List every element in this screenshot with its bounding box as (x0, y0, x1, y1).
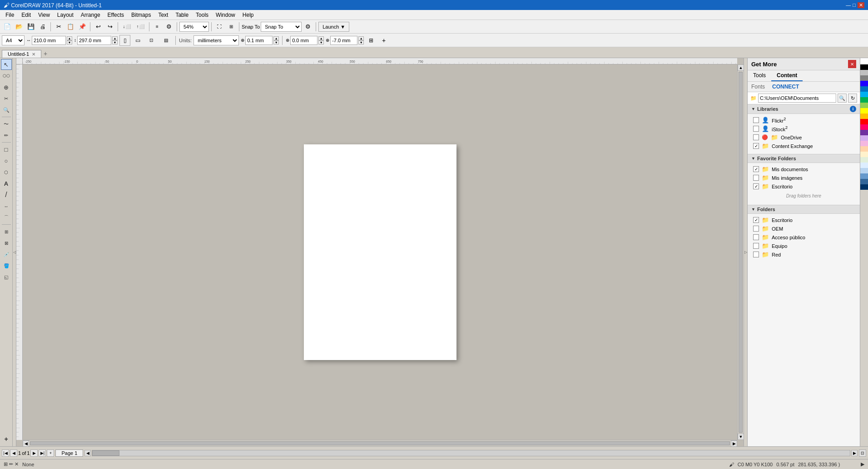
connector-tool-btn[interactable]: ⌒ (1, 212, 12, 223)
color-green-swatch[interactable] (860, 97, 868, 103)
y-input[interactable] (330, 36, 357, 45)
nudge-input[interactable] (245, 36, 273, 45)
eraser-btn[interactable]: ◱ (1, 272, 12, 282)
scroll-down-btn[interactable]: ▼ (738, 434, 744, 440)
x-input[interactable] (290, 36, 317, 45)
next-page-btn[interactable]: ▶ (30, 449, 38, 457)
escritorio-fav-check[interactable]: ✓ (753, 183, 759, 189)
folders-expand-icon[interactable]: ▼ (751, 207, 755, 212)
acceso-check[interactable] (753, 234, 759, 240)
first-page-btn[interactable]: |◀ (2, 449, 9, 457)
color-purple-swatch[interactable] (860, 130, 868, 135)
flickr-check[interactable] (753, 117, 759, 123)
color-red-swatch[interactable] (860, 119, 868, 124)
scroll-right-btn[interactable]: ▶ (731, 440, 737, 446)
copy-btn[interactable]: 📋 (65, 21, 76, 32)
new-btn[interactable]: 📄 (2, 21, 13, 32)
menu-layout[interactable]: Layout (54, 10, 77, 20)
add-page-property-btn[interactable]: + (378, 35, 389, 46)
color-steelblue-swatch[interactable] (860, 173, 868, 179)
menu-file[interactable]: File (2, 10, 18, 20)
color-cream-swatch[interactable] (860, 152, 868, 157)
oem-check[interactable] (753, 226, 759, 232)
crop-tool-btn[interactable]: ✂ (1, 93, 12, 104)
folder-item-escritorio[interactable]: ✓ 📁 Escritorio (748, 216, 860, 224)
color-lightpink-swatch[interactable] (860, 141, 868, 146)
menu-window[interactable]: Window (212, 10, 239, 20)
minimize-btn[interactable]: — (846, 2, 851, 8)
table-tool-btn[interactable]: ⊞ (1, 226, 12, 237)
color-orange-swatch[interactable] (860, 114, 868, 119)
doc-tab-close[interactable]: ✕ (32, 52, 35, 57)
open-btn[interactable]: 📂 (14, 21, 25, 32)
color-lavender-swatch[interactable] (860, 135, 868, 141)
scroll-left-btn[interactable]: ◀ (23, 440, 29, 446)
color-skyblue-swatch[interactable] (860, 168, 868, 173)
cut-btn[interactable]: ✂ (53, 21, 64, 32)
lib-item-content-exchange[interactable]: ✓ 📁 Content Exchange (748, 142, 860, 150)
fav-expand-icon[interactable]: ▼ (751, 156, 755, 161)
y-down[interactable]: ▼ (358, 40, 364, 44)
onedrive-check[interactable] (753, 134, 759, 140)
transform-btn[interactable]: ⊞ (366, 35, 377, 46)
bleed-btn[interactable]: ⊡ (145, 35, 158, 46)
page-border-btn[interactable]: ▤ (159, 35, 172, 46)
x-up[interactable]: ▲ (318, 36, 324, 40)
y-up[interactable]: ▲ (358, 36, 364, 40)
hscroll-track[interactable] (92, 450, 850, 456)
color-black-swatch[interactable] (860, 64, 868, 70)
landscape-btn[interactable]: ▭ (132, 35, 143, 46)
hscroll-right-btn[interactable]: ▶ (851, 450, 858, 456)
path-search-btn[interactable]: 🔍 (838, 94, 847, 103)
smart-draw-btn[interactable]: ✏ (1, 130, 12, 141)
menu-help[interactable]: Help (239, 10, 258, 20)
menu-edit[interactable]: Edit (18, 10, 35, 20)
lib-item-onedrive[interactable]: 🔴 📁 OneDrive (748, 133, 860, 142)
folder-item-acceso-publico[interactable]: 📁 Acceso público (748, 233, 860, 242)
full-screen-btn[interactable]: ⛶ (214, 21, 225, 32)
menu-text[interactable]: Text (154, 10, 172, 20)
add-page-nav-btn[interactable]: + (47, 449, 54, 457)
paste-btn[interactable]: 📌 (77, 21, 88, 32)
menu-arrange[interactable]: Arrange (77, 10, 104, 20)
x-down[interactable]: ▼ (318, 40, 324, 44)
canvas-area[interactable]: -250 -150 -50 0 50 150 250 350 450 550 6… (16, 58, 744, 446)
polygon-tool-btn[interactable]: ⬡ (1, 167, 12, 178)
lib-item-flickr[interactable]: 👤 Flickr2 (748, 116, 860, 124)
rect-tool-btn[interactable]: □ (1, 144, 12, 155)
color-none-swatch[interactable] (860, 58, 868, 64)
transform-tool-btn[interactable]: ⊕ (1, 82, 12, 93)
folder-item-red[interactable]: 📁 Red (748, 250, 860, 259)
libraries-info-btn[interactable]: i (850, 106, 856, 112)
page-tab[interactable]: Page 1 (55, 449, 83, 457)
align-btn[interactable]: ≡ (152, 21, 163, 32)
color-darknavy-swatch[interactable] (860, 184, 868, 190)
snap-dropdown[interactable]: Snap To (261, 22, 302, 32)
color-peach-swatch[interactable] (860, 146, 868, 152)
snap-settings-btn[interactable]: ⚙ (303, 21, 313, 32)
options-btn[interactable]: ⚙ (164, 21, 174, 32)
fav-item-mis-imagenes[interactable]: 📁 Mis imágenes (748, 173, 860, 182)
line-tool-btn[interactable]: / (1, 189, 12, 200)
color-lightblue-swatch[interactable] (860, 92, 868, 97)
close-btn[interactable]: ✕ (858, 2, 864, 8)
menu-effects[interactable]: Effects (104, 10, 128, 20)
subtab-fonts[interactable]: Fonts (751, 84, 765, 90)
fav-item-escritorio[interactable]: ✓ 📁 Escritorio (748, 182, 860, 191)
istock-check[interactable] (753, 126, 759, 132)
doc-tab-untitled[interactable]: Untitled-1 ✕ (2, 50, 41, 58)
zoom-fit-btn[interactable]: ⊡ (859, 449, 866, 457)
zoom-dropdown[interactable]: 54% 25% 50% 75% 100% (179, 22, 209, 32)
height-up[interactable]: ▲ (112, 36, 118, 40)
menu-table[interactable]: Table (172, 10, 192, 20)
save-btn[interactable]: 💾 (25, 21, 36, 32)
escritorio-check[interactable]: ✓ (753, 217, 759, 223)
width-down[interactable]: ▼ (67, 40, 72, 44)
subtab-connect[interactable]: CONNECT (772, 84, 799, 90)
ellipse-tool-btn[interactable]: ○ (1, 155, 12, 166)
dimensions-tool-btn[interactable]: ↔ (1, 201, 12, 212)
nudge-up[interactable]: ▲ (273, 36, 279, 40)
menu-view[interactable]: View (35, 10, 54, 20)
menu-tools[interactable]: Tools (192, 10, 212, 20)
width-up[interactable]: ▲ (67, 36, 72, 40)
